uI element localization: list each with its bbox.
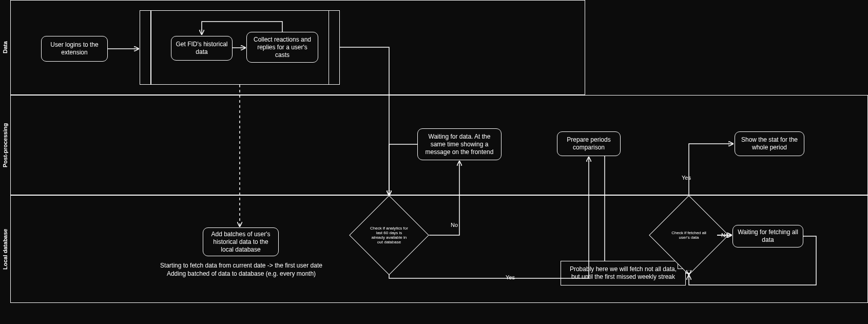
diagram-canvas: Data Post-processing Local database User… [0,0,868,324]
node-get-historical: Get FID's historical data [171,36,233,61]
node-login: User logins to the extension [41,36,108,62]
lane-label-post: Post-processing [0,95,10,195]
freetext-line-2: Adding batched of data to database (e.g.… [154,270,329,278]
note-probably: Probably here we will fetch not all data… [561,261,686,285]
edge-label-yes-2: Yes [682,175,691,181]
lane-border-local [10,195,868,303]
edge-label-yes-1: Yes [506,274,515,280]
decision-check-all: Check if fetched all user's data [661,207,717,263]
node-collect-reactions: Collect reactions and replies for a user… [246,32,318,63]
decision-check-60: Check if analytics for last 60 days is a… [361,207,417,263]
node-waiting-all: Waiting for fetching all data [732,225,803,247]
node-waiting-data: Waiting for data. At the same time showi… [417,128,501,160]
lane-label-local: Local database [0,195,10,303]
freetext-line-1: Starting to fetch data from current date… [154,262,329,270]
node-add-batches: Add batches of user's historical data to… [203,227,279,256]
edge-label-no-2: No [721,232,728,238]
node-show-stat: Show the stat for the whole period [735,131,804,156]
node-prepare-periods: Prepare periods comparison [557,131,621,156]
lane-label-data: Data [0,0,10,95]
edge-label-no-1: No [451,222,458,228]
freetext-fetch-note: Starting to fetch data from current date… [154,262,329,278]
